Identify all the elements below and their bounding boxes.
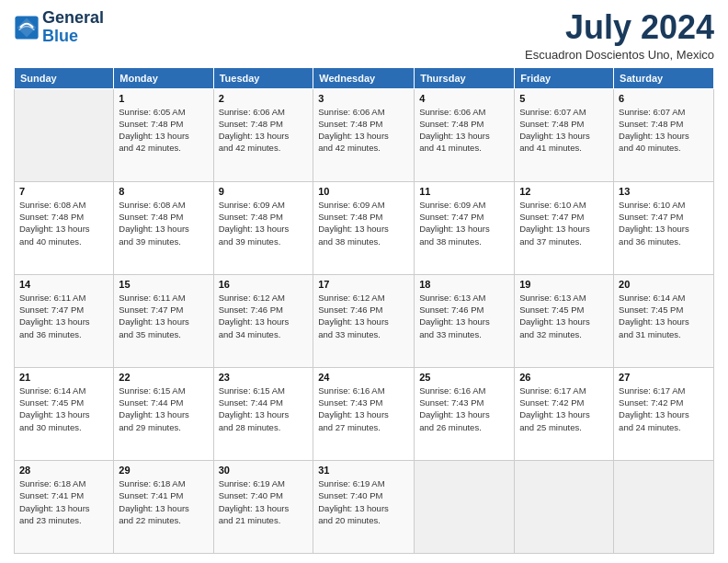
calendar-cell: 31Sunrise: 6:19 AMSunset: 7:40 PMDayligh… — [313, 460, 415, 553]
calendar-week-1: 1Sunrise: 6:05 AMSunset: 7:48 PMDaylight… — [15, 88, 714, 181]
calendar-cell: 3Sunrise: 6:06 AMSunset: 7:48 PMDaylight… — [313, 88, 415, 181]
day-number: 27 — [619, 372, 709, 383]
day-info: Sunrise: 6:15 AMSunset: 7:44 PMDaylight:… — [119, 385, 208, 433]
day-info: Sunrise: 6:11 AMSunset: 7:47 PMDaylight:… — [119, 292, 208, 340]
day-number: 18 — [419, 279, 509, 290]
calendar-cell: 27Sunrise: 6:17 AMSunset: 7:42 PMDayligh… — [614, 367, 714, 460]
day-number: 29 — [119, 465, 208, 476]
col-tuesday: Tuesday — [213, 67, 313, 88]
location: Escuadron Doscientos Uno, Mexico — [525, 48, 714, 62]
calendar-cell: 23Sunrise: 6:15 AMSunset: 7:44 PMDayligh… — [213, 367, 313, 460]
day-info: Sunrise: 6:14 AMSunset: 7:45 PMDaylight:… — [619, 292, 709, 340]
day-info: Sunrise: 6:06 AMSunset: 7:48 PMDaylight:… — [219, 106, 309, 155]
calendar-week-3: 14Sunrise: 6:11 AMSunset: 7:47 PMDayligh… — [15, 274, 714, 367]
calendar-cell: 16Sunrise: 6:12 AMSunset: 7:46 PMDayligh… — [213, 274, 313, 367]
calendar-cell: 12Sunrise: 6:10 AMSunset: 7:47 PMDayligh… — [515, 181, 614, 274]
calendar-cell — [614, 460, 714, 553]
day-info: Sunrise: 6:15 AMSunset: 7:44 PMDaylight:… — [219, 385, 309, 433]
day-info: Sunrise: 6:09 AMSunset: 7:48 PMDaylight:… — [318, 199, 409, 247]
day-number: 12 — [519, 186, 609, 197]
day-number: 24 — [318, 372, 409, 383]
col-friday: Friday — [515, 67, 614, 88]
day-info: Sunrise: 6:10 AMSunset: 7:47 PMDaylight:… — [519, 199, 609, 247]
calendar-week-2: 7Sunrise: 6:08 AMSunset: 7:48 PMDaylight… — [15, 181, 714, 274]
day-info: Sunrise: 6:17 AMSunset: 7:42 PMDaylight:… — [519, 385, 609, 433]
day-info: Sunrise: 6:13 AMSunset: 7:45 PMDaylight:… — [519, 292, 609, 340]
calendar-cell: 5Sunrise: 6:07 AMSunset: 7:48 PMDaylight… — [515, 88, 614, 181]
calendar-cell: 15Sunrise: 6:11 AMSunset: 7:47 PMDayligh… — [114, 274, 213, 367]
day-number: 23 — [219, 372, 309, 383]
day-number: 19 — [519, 279, 609, 290]
calendar-cell: 10Sunrise: 6:09 AMSunset: 7:48 PMDayligh… — [313, 181, 415, 274]
calendar-cell: 11Sunrise: 6:09 AMSunset: 7:47 PMDayligh… — [415, 181, 515, 274]
day-info: Sunrise: 6:09 AMSunset: 7:47 PMDaylight:… — [419, 199, 509, 247]
day-number: 25 — [419, 372, 509, 383]
calendar-cell: 25Sunrise: 6:16 AMSunset: 7:43 PMDayligh… — [415, 367, 515, 460]
day-info: Sunrise: 6:06 AMSunset: 7:48 PMDaylight:… — [318, 106, 409, 155]
day-number: 30 — [219, 465, 309, 476]
day-number: 9 — [219, 186, 309, 197]
calendar-body: 1Sunrise: 6:05 AMSunset: 7:48 PMDaylight… — [15, 88, 714, 553]
calendar-week-4: 21Sunrise: 6:14 AMSunset: 7:45 PMDayligh… — [15, 367, 714, 460]
day-number: 6 — [619, 93, 709, 104]
day-number: 13 — [619, 186, 709, 197]
day-number: 2 — [219, 93, 309, 104]
calendar-cell: 19Sunrise: 6:13 AMSunset: 7:45 PMDayligh… — [515, 274, 614, 367]
day-number: 5 — [519, 93, 609, 104]
logo-icon — [14, 15, 40, 40]
day-number: 28 — [19, 465, 108, 476]
page: General Blue July 2024 Escuadron Doscien… — [0, 0, 728, 563]
calendar-cell — [15, 88, 114, 181]
day-info: Sunrise: 6:16 AMSunset: 7:43 PMDaylight:… — [318, 385, 409, 433]
day-info: Sunrise: 6:06 AMSunset: 7:48 PMDaylight:… — [419, 106, 509, 155]
header: General Blue July 2024 Escuadron Doscien… — [14, 9, 714, 62]
day-info: Sunrise: 6:17 AMSunset: 7:42 PMDaylight:… — [619, 385, 709, 433]
calendar-table: Sunday Monday Tuesday Wednesday Thursday… — [14, 67, 714, 554]
calendar-cell: 21Sunrise: 6:14 AMSunset: 7:45 PMDayligh… — [15, 367, 114, 460]
day-info: Sunrise: 6:09 AMSunset: 7:48 PMDaylight:… — [219, 199, 309, 247]
day-number: 7 — [19, 186, 108, 197]
calendar-cell: 17Sunrise: 6:12 AMSunset: 7:46 PMDayligh… — [313, 274, 415, 367]
calendar-cell: 13Sunrise: 6:10 AMSunset: 7:47 PMDayligh… — [614, 181, 714, 274]
day-info: Sunrise: 6:07 AMSunset: 7:48 PMDaylight:… — [619, 106, 709, 155]
day-info: Sunrise: 6:12 AMSunset: 7:46 PMDaylight:… — [318, 292, 409, 340]
day-number: 8 — [119, 186, 208, 197]
header-row: Sunday Monday Tuesday Wednesday Thursday… — [15, 67, 714, 88]
title-block: July 2024 Escuadron Doscientos Uno, Mexi… — [525, 9, 714, 62]
calendar-cell: 14Sunrise: 6:11 AMSunset: 7:47 PMDayligh… — [15, 274, 114, 367]
day-info: Sunrise: 6:13 AMSunset: 7:46 PMDaylight:… — [419, 292, 509, 340]
calendar-cell: 1Sunrise: 6:05 AMSunset: 7:48 PMDaylight… — [114, 88, 213, 181]
logo-text: General Blue — [42, 9, 104, 46]
day-number: 11 — [419, 186, 509, 197]
day-number: 1 — [119, 93, 208, 104]
calendar-cell: 28Sunrise: 6:18 AMSunset: 7:41 PMDayligh… — [15, 460, 114, 553]
day-info: Sunrise: 6:10 AMSunset: 7:47 PMDaylight:… — [619, 199, 709, 247]
calendar-cell: 4Sunrise: 6:06 AMSunset: 7:48 PMDaylight… — [415, 88, 515, 181]
day-number: 20 — [619, 279, 709, 290]
day-info: Sunrise: 6:19 AMSunset: 7:40 PMDaylight:… — [219, 477, 309, 526]
day-info: Sunrise: 6:18 AMSunset: 7:41 PMDaylight:… — [19, 477, 108, 526]
day-number: 21 — [19, 372, 108, 383]
logo: General Blue — [14, 9, 104, 46]
day-number: 31 — [318, 465, 409, 476]
calendar-cell: 29Sunrise: 6:18 AMSunset: 7:41 PMDayligh… — [114, 460, 213, 553]
day-number: 26 — [519, 372, 609, 383]
col-thursday: Thursday — [415, 67, 515, 88]
calendar-cell: 18Sunrise: 6:13 AMSunset: 7:46 PMDayligh… — [415, 274, 515, 367]
day-info: Sunrise: 6:16 AMSunset: 7:43 PMDaylight:… — [419, 385, 509, 433]
calendar-cell: 20Sunrise: 6:14 AMSunset: 7:45 PMDayligh… — [614, 274, 714, 367]
day-number: 16 — [219, 279, 309, 290]
calendar-cell: 30Sunrise: 6:19 AMSunset: 7:40 PMDayligh… — [213, 460, 313, 553]
day-number: 3 — [318, 93, 409, 104]
day-info: Sunrise: 6:07 AMSunset: 7:48 PMDaylight:… — [519, 106, 609, 155]
col-monday: Monday — [114, 67, 213, 88]
day-number: 15 — [119, 279, 208, 290]
col-wednesday: Wednesday — [313, 67, 415, 88]
calendar-week-5: 28Sunrise: 6:18 AMSunset: 7:41 PMDayligh… — [15, 460, 714, 553]
calendar-cell: 9Sunrise: 6:09 AMSunset: 7:48 PMDaylight… — [213, 181, 313, 274]
col-sunday: Sunday — [15, 67, 114, 88]
calendar-cell — [415, 460, 515, 553]
calendar-cell: 8Sunrise: 6:08 AMSunset: 7:48 PMDaylight… — [114, 181, 213, 274]
calendar-cell: 6Sunrise: 6:07 AMSunset: 7:48 PMDaylight… — [614, 88, 714, 181]
day-info: Sunrise: 6:05 AMSunset: 7:48 PMDaylight:… — [119, 106, 208, 155]
